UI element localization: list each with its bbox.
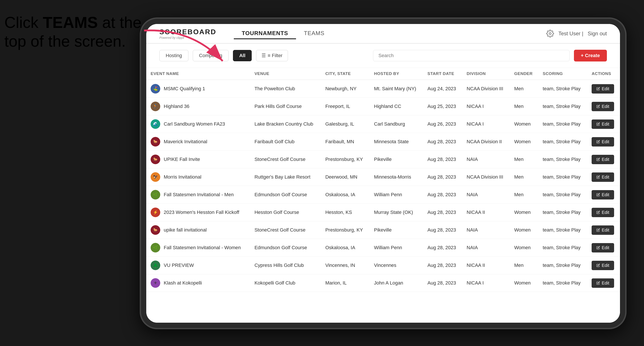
team-logo-6: 🌿 (151, 190, 160, 199)
venue-cell-6: Edmundson Golf Course (250, 186, 321, 204)
hosted-by-cell-8: Pikeville (370, 221, 423, 239)
event-name-3: Maverick Invitational (164, 139, 207, 145)
event-name-cell-1: 🏌 Highland 36 (146, 98, 250, 115)
scoring-cell-9: team, Stroke Play (538, 239, 587, 257)
logo-area: SCOREBOARD Powered by clippit (159, 28, 216, 39)
team-logo-7: ⚡ (151, 207, 160, 217)
venue-cell-1: Park Hills Golf Course (250, 98, 321, 115)
table-row: 🐎 Maverick Invitational Faribault Golf C… (146, 133, 620, 151)
gender-cell-9: Women (510, 239, 538, 257)
edit-btn-10[interactable]: Edit (592, 261, 614, 270)
city-state-cell-0: Newburgh, NY (321, 80, 370, 98)
city-state-cell-1: Freeport, IL (321, 98, 370, 115)
start-date-cell-6: Aug 28, 2023 (423, 186, 462, 204)
edit-btn-7[interactable]: Edit (592, 208, 614, 217)
scoring-cell-11: team, Stroke Play (538, 274, 587, 292)
edit-icon-2 (596, 122, 600, 126)
hosted-by-cell-6: William Penn (370, 186, 423, 204)
edit-btn-1[interactable]: Edit (592, 102, 614, 111)
search-input[interactable] (373, 50, 570, 61)
edit-btn-0[interactable]: Edit (592, 84, 614, 94)
filter-toggle-btn[interactable]: ☰ ≡ Filter (256, 50, 288, 61)
scoring-cell-0: team, Stroke Play (538, 80, 587, 98)
venue-cell-8: StoneCrest Golf Course (250, 221, 321, 239)
create-btn[interactable]: + Create (574, 50, 607, 61)
gender-cell-11: Women (510, 274, 538, 292)
edit-btn-2[interactable]: Edit (592, 120, 614, 129)
hosted-by-cell-11: John A Logan (370, 274, 423, 292)
division-cell-1: NICAA I (462, 98, 510, 115)
city-state-cell-9: Oskaloosa, IA (321, 239, 370, 257)
actions-cell-3: Edit (587, 133, 620, 151)
sign-out-link[interactable]: Sign out (588, 30, 607, 37)
edit-btn-11[interactable]: Edit (592, 278, 614, 288)
city-state-cell-7: Hesston, KS (321, 204, 370, 221)
filter-label: ≡ Filter (268, 53, 282, 58)
nav-link-teams[interactable]: TEAMS (296, 28, 332, 39)
event-name-cell-8: 🐎 upike fall invitational (146, 221, 250, 239)
edit-btn-9[interactable]: Edit (592, 243, 614, 252)
team-logo-8: 🐎 (151, 225, 160, 235)
edit-icon-10 (596, 264, 600, 267)
gender-cell-4: Men (510, 151, 538, 168)
event-name-2: Carl Sandburg Women FA23 (164, 121, 225, 127)
edit-icon-3 (596, 140, 600, 144)
filter-icon: ☰ (262, 53, 266, 58)
edit-btn-3[interactable]: Edit (592, 137, 614, 147)
table-row: 🦅 Morris Invitational Ruttger's Bay Lake… (146, 168, 620, 186)
team-logo-3: 🐎 (151, 137, 160, 147)
event-name-5: Morris Invitational (164, 174, 201, 180)
scoring-cell-2: team, Stroke Play (538, 115, 587, 133)
hosted-by-cell-2: Carl Sandburg (370, 115, 423, 133)
event-name-6: Fall Statesmen Invitational - Men (164, 192, 234, 197)
tablet-screen: SCOREBOARD Powered by clippit TOURNAMENT… (146, 24, 620, 323)
actions-cell-6: Edit (587, 186, 620, 204)
event-name-cell-9: 🌿 Fall Statesmen Invitational - Women (146, 239, 250, 257)
hosted-by-cell-10: Vincennes (370, 257, 423, 274)
city-state-cell-4: Prestonsburg, KY (321, 151, 370, 168)
actions-cell-8: Edit (587, 221, 620, 239)
nav-link-tournaments[interactable]: TOURNAMENTS (234, 28, 296, 39)
search-container (373, 50, 570, 61)
start-date-cell-0: Aug 24, 2023 (423, 80, 462, 98)
all-filter-btn[interactable]: All (233, 50, 252, 61)
edit-btn-8[interactable]: Edit (592, 225, 614, 235)
gear-icon[interactable] (546, 30, 554, 37)
edit-icon-6 (596, 193, 600, 196)
venue-cell-4: StoneCrest Golf Course (250, 151, 321, 168)
event-name-cell-4: 🐎 UPIKE Fall Invite (146, 151, 250, 168)
edit-icon-11 (596, 281, 600, 285)
event-name-4: UPIKE Fall Invite (164, 157, 200, 162)
event-name-cell-5: 🦅 Morris Invitational (146, 168, 250, 186)
venue-cell-2: Lake Bracken Country Club (250, 115, 321, 133)
division-cell-4: NAIA (462, 151, 510, 168)
edit-btn-5[interactable]: Edit (592, 173, 614, 182)
competing-filter-btn[interactable]: Competing (193, 50, 228, 61)
team-logo-4: 🐎 (151, 155, 160, 164)
event-name-9: Fall Statesmen Invitational - Women (164, 245, 241, 250)
team-logo-1: 🏌 (151, 102, 160, 111)
actions-cell-7: Edit (587, 204, 620, 221)
city-state-cell-10: Vincennes, IN (321, 257, 370, 274)
event-name-cell-0: ⛳ MSMC Qualifying 1 (146, 80, 250, 98)
hosted-by-cell-4: Pikeville (370, 151, 423, 168)
actions-cell-1: Edit (587, 98, 620, 115)
division-cell-5: NCAA Division III (462, 168, 510, 186)
event-name-11: Klash at Kokopelli (164, 280, 202, 286)
event-name-cell-2: 🌊 Carl Sandburg Women FA23 (146, 115, 250, 133)
edit-btn-4[interactable]: Edit (592, 155, 614, 164)
start-date-cell-11: Aug 28, 2023 (423, 274, 462, 292)
svg-point-1 (549, 33, 551, 35)
actions-cell-11: Edit (587, 274, 620, 292)
table-row: ⚜ Klash at Kokopelli Kokopelli Golf Club… (146, 274, 620, 292)
edit-btn-6[interactable]: Edit (592, 190, 614, 199)
division-cell-8: NAIA (462, 221, 510, 239)
hosted-by-cell-7: Murray State (OK) (370, 204, 423, 221)
scoring-cell-10: team, Stroke Play (538, 257, 587, 274)
division-cell-6: NAIA (462, 186, 510, 204)
hosting-filter-btn[interactable]: Hosting (159, 50, 188, 61)
table-row: 🐎 UPIKE Fall Invite StoneCrest Golf Cour… (146, 151, 620, 168)
table-row: 🏌 Highland 36 Park Hills Golf Course Fre… (146, 98, 620, 115)
table-row: 🌿 Fall Statesmen Invitational - Women Ed… (146, 239, 620, 257)
col-city-state: CITY, STATE (321, 68, 370, 80)
